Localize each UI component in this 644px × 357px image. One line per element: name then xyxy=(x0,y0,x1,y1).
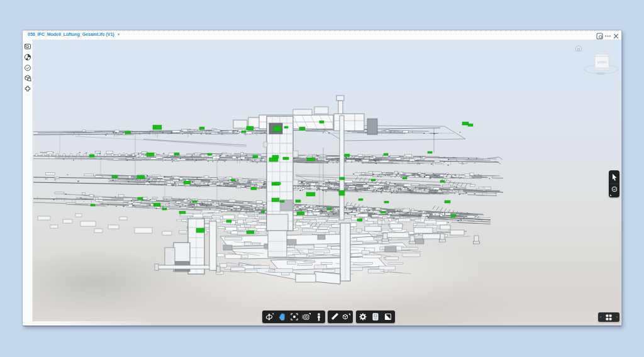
svg-text:VORN: VORN xyxy=(597,60,607,64)
